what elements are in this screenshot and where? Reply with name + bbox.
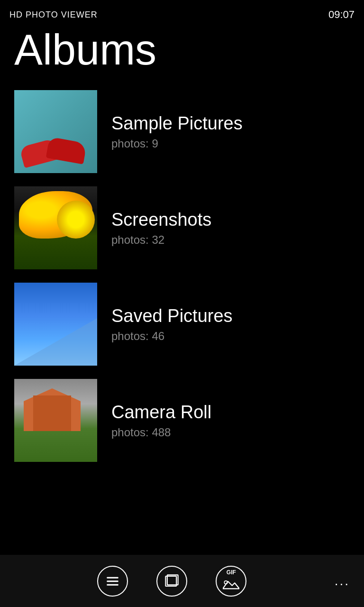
svg-rect-2: [107, 584, 119, 585]
album-item-screenshots[interactable]: Screenshots photos: 32: [0, 182, 364, 274]
more-dots-icon: ...: [335, 573, 350, 588]
album-name-saved-pictures: Saved Pictures: [111, 305, 350, 327]
album-count-saved-pictures: photos: 46: [111, 330, 350, 343]
album-item-saved-pictures[interactable]: Saved Pictures photos: 46: [0, 278, 364, 370]
album-info-saved-pictures: Saved Pictures photos: 46: [97, 305, 350, 343]
album-count-screenshots: photos: 32: [111, 233, 350, 247]
album-thumbnail-screenshots: [14, 186, 97, 269]
menu-icon: [104, 573, 121, 589]
svg-marker-5: [223, 581, 239, 589]
gif-viewer-icon: GIF: [223, 570, 239, 592]
album-info-sample-pictures: Sample Pictures photos: 9: [97, 113, 350, 151]
status-bar: HD PHOTO VIEWER 09:07: [0, 0, 364, 24]
time-display: 09:07: [328, 9, 355, 21]
svg-rect-1: [107, 580, 119, 582]
albums-list: Sample Pictures photos: 9 Screenshots ph…: [0, 85, 364, 527]
albums-icon: [164, 573, 180, 589]
albums-button[interactable]: [156, 566, 187, 597]
bottom-bar: GIF ...: [0, 555, 364, 607]
album-thumbnail-sample-pictures: [14, 90, 97, 173]
album-item-sample-pictures[interactable]: Sample Pictures photos: 9: [0, 85, 364, 178]
album-thumbnail-saved-pictures: [14, 283, 97, 366]
album-name-screenshots: Screenshots: [111, 209, 350, 231]
album-info-camera-roll: Camera Roll photos: 488: [97, 402, 350, 440]
svg-rect-0: [107, 577, 119, 578]
mountain-icon: [223, 576, 239, 592]
gif-viewer-button[interactable]: GIF: [216, 566, 246, 597]
gif-label: GIF: [227, 570, 236, 575]
album-item-camera-roll[interactable]: Camera Roll photos: 488: [0, 374, 364, 467]
album-name-camera-roll: Camera Roll: [111, 402, 350, 423]
album-count-sample-pictures: photos: 9: [111, 137, 350, 150]
album-info-screenshots: Screenshots photos: 32: [97, 209, 350, 247]
page-title: Albums: [0, 24, 364, 85]
more-options-button[interactable]: ...: [335, 573, 355, 589]
album-name-sample-pictures: Sample Pictures: [111, 113, 350, 135]
album-count-camera-roll: photos: 488: [111, 426, 350, 439]
app-title: HD PHOTO VIEWER: [9, 10, 98, 20]
menu-button[interactable]: [97, 566, 128, 597]
album-thumbnail-camera-roll: [14, 379, 97, 462]
